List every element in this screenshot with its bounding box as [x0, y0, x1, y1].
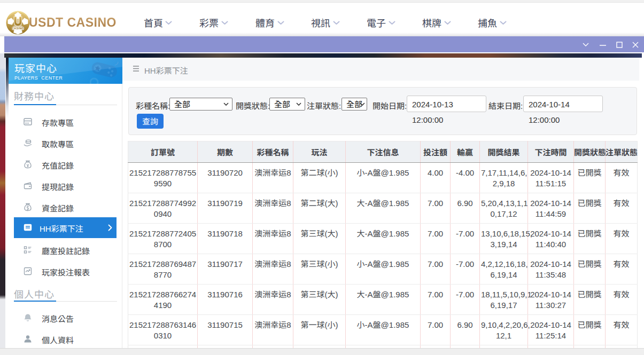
svg-text:CASINO: CASINO: [12, 27, 24, 30]
